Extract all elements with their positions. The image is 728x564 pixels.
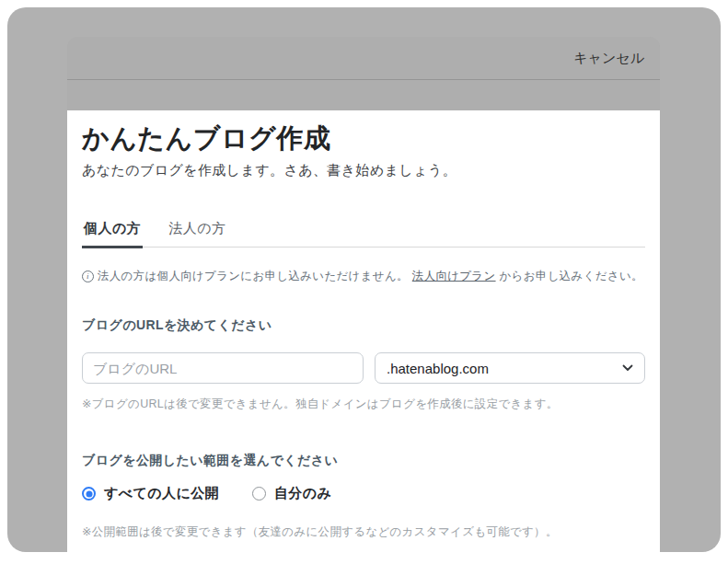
radio-option-public[interactable]: すべての人に公開 [82, 485, 219, 502]
corporate-plan-link[interactable]: 法人向けプラン [412, 269, 496, 284]
corporate-info-notice: i 法人の方は個人向けプランにお申し込みいただけません。 法人向けプラン からお… [82, 269, 645, 284]
info-text-after: からお申し込みください。 [500, 269, 643, 284]
modal-sheet: キャンセル かんたんブログ作成 あなたのブログを作成します。さあ、書き始めましょ… [67, 37, 660, 552]
page-title: かんたんブログ作成 [82, 121, 645, 155]
modal-navbar: キャンセル [67, 37, 660, 80]
cancel-button[interactable]: キャンセル [573, 50, 644, 67]
radio-label-public: すべての人に公開 [104, 485, 219, 502]
blog-url-section-label: ブログのURLを決めてください [82, 317, 645, 334]
info-text-before: 法人の方は個人向けプランにお申し込みいただけません。 [98, 269, 409, 284]
domain-selected-value: .hatenablog.com [387, 361, 489, 376]
account-type-tabs: 個人の方 法人の方 [82, 220, 645, 247]
domain-select[interactable]: .hatenablog.com [375, 352, 645, 384]
radio-unselected-icon[interactable] [252, 487, 266, 501]
scope-radio-group: すべての人に公開 自分のみ [82, 485, 645, 502]
dimmed-browser-window: キャンセル かんたんブログ作成 あなたのブログを作成します。さあ、書き始めましょ… [7, 7, 721, 552]
tab-personal[interactable]: 個人の方 [82, 220, 143, 248]
tab-corporate[interactable]: 法人の方 [167, 220, 227, 247]
chevron-down-icon [622, 364, 633, 372]
radio-label-private: 自分のみ [274, 485, 331, 502]
blog-url-row: .hatenablog.com [82, 352, 645, 384]
scope-section-label: ブログを公開したい範囲を選んでください [82, 453, 645, 469]
page-subtitle: あなたのブログを作成します。さあ、書き始めましょう。 [82, 162, 645, 179]
radio-option-private[interactable]: 自分のみ [252, 485, 331, 502]
page-content: かんたんブログ作成 あなたのブログを作成します。さあ、書き始めましょう。 個人の… [67, 110, 660, 552]
blog-url-note: ※ブログのURLは後で変更できません。独自ドメインはブログを作成後に設定できます… [82, 397, 645, 412]
page-top-spacer [67, 80, 660, 110]
blog-url-input[interactable] [82, 352, 364, 384]
scope-note: ※公開範囲は後で変更できます（友達のみに公開するなどのカスタマイズも可能です）。 [82, 524, 645, 540]
info-icon: i [82, 270, 94, 282]
radio-selected-icon[interactable] [82, 487, 96, 501]
